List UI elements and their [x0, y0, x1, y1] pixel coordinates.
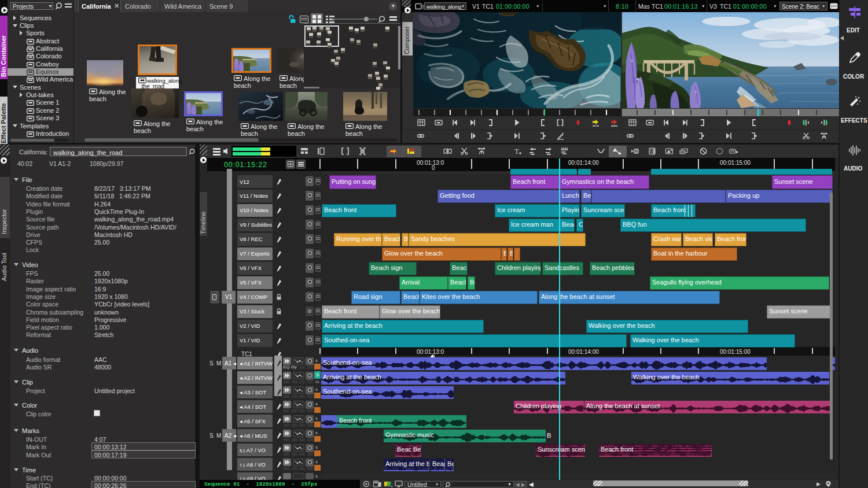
svg-text:T: T	[514, 147, 519, 156]
